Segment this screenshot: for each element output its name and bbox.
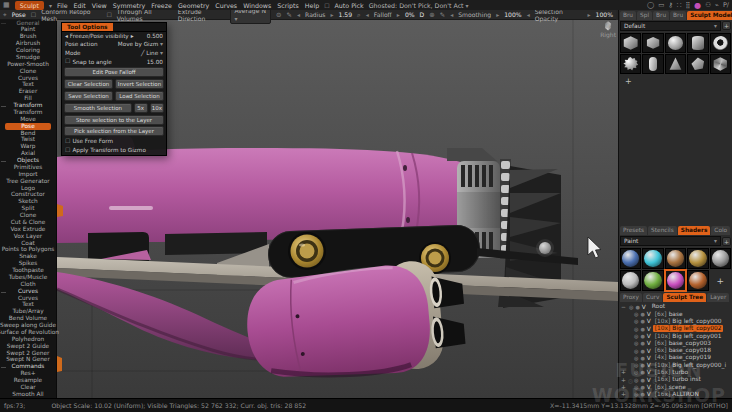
- visibility-v-icon[interactable]: V: [647, 391, 651, 397]
- load-selection-button[interactable]: Load Selection: [115, 91, 164, 101]
- primitive-thumbnail[interactable]: [665, 33, 686, 53]
- smooth-10x-button[interactable]: 10x: [150, 103, 164, 113]
- tree-row[interactable]: + ◎ ● V [16x] ALLTRON: [621, 391, 732, 398]
- volume-name[interactable]: ALLTRON: [672, 391, 699, 398]
- pen2-icon[interactable]: ✎: [440, 11, 445, 19]
- toolbar-icon[interactable]: ◯: [647, 1, 654, 9]
- falloff-value[interactable]: 0%: [405, 11, 415, 18]
- tree-expand-icon[interactable]: −: [621, 304, 625, 310]
- invert-selection-button[interactable]: Invert Selection: [115, 79, 164, 89]
- tree-row[interactable]: ◎ ● V [10x] Big left_copy000: [621, 318, 732, 325]
- pen-icon[interactable]: ✎: [287, 11, 292, 19]
- pick-selection-button[interactable]: Pick selection from the Layer: [64, 126, 164, 136]
- menu-item[interactable]: File: [57, 2, 68, 9]
- ghost-toggle-icon[interactable]: ◎: [634, 333, 638, 339]
- visibility-v-icon[interactable]: V: [647, 362, 651, 368]
- shader-ball[interactable]: [642, 270, 663, 291]
- volume-name[interactable]: base_copy003: [669, 340, 711, 347]
- panel-tab[interactable]: Proxy: [620, 293, 642, 302]
- shaders-folder-dropdown[interactable]: Paint▾: [620, 236, 721, 246]
- edit-pose-falloff-button[interactable]: Edit Pose Falloff: [64, 67, 164, 77]
- apply-transform-row[interactable]: ☐Apply Transform to Gizmo: [62, 146, 166, 155]
- ghost-toggle-icon[interactable]: ◎: [629, 304, 633, 310]
- panel-tab[interactable]: Stencils: [648, 226, 677, 235]
- models-add-icon[interactable]: +: [722, 21, 731, 30]
- visibility-v-icon[interactable]: V: [647, 333, 651, 339]
- ghost-toggle-icon[interactable]: ◎: [634, 355, 638, 361]
- magnifier-icon[interactable]: ⌕: [357, 11, 361, 19]
- conform-checkbox[interactable]: ☐: [31, 11, 36, 18]
- tree-row[interactable]: ◎ ● V [4x] base_copy019: [621, 354, 732, 361]
- shader-ball[interactable]: [687, 270, 708, 291]
- menu-item[interactable]: Edit: [74, 2, 86, 9]
- clear-selection-button[interactable]: Clear Selection: [64, 79, 113, 89]
- volume-name[interactable]: base_copy019: [669, 354, 711, 361]
- tree-row[interactable]: + ◎ ● V [16x] turbo inst: [621, 376, 732, 383]
- smoothing-dec-icon[interactable]: ◂: [450, 11, 453, 18]
- sidebar-item[interactable]: Pose: [5, 123, 51, 130]
- menu-item[interactable]: View: [92, 2, 107, 9]
- volume-name[interactable]: Big left_copy000_i: [672, 362, 726, 369]
- ghost-toggle-icon[interactable]: ◎: [634, 340, 638, 346]
- volume-name[interactable]: turbo: [672, 369, 688, 376]
- volume-name[interactable]: Big left_copy001: [672, 333, 721, 340]
- panel-tab[interactable]: Presets: [620, 226, 647, 235]
- add-model-button[interactable]: +: [619, 75, 732, 86]
- tree-expand-icon[interactable]: +: [621, 384, 625, 390]
- toolbar-icon[interactable]: ●: [694, 1, 701, 10]
- toolbar-icon[interactable]: ⌁: [715, 1, 719, 9]
- view-orientation-widget[interactable]: ◉ Right: [600, 21, 616, 38]
- shader-ball[interactable]: [687, 248, 708, 269]
- ghost-toggle-icon[interactable]: ◎: [634, 326, 638, 332]
- visibility-v-icon[interactable]: V: [647, 377, 651, 383]
- primitive-thumbnail[interactable]: [710, 54, 731, 74]
- tree-row[interactable]: ◎ ● V [6x] base_copy003: [621, 340, 732, 347]
- visibility-v-icon[interactable]: V: [642, 304, 646, 310]
- smoothing-inc-icon[interactable]: ▸: [496, 11, 499, 18]
- toolbar-icon[interactable]: P/: [723, 1, 729, 9]
- auto-pick-label[interactable]: Auto Pick: [335, 2, 364, 9]
- primitive-thumbnail[interactable]: [665, 54, 686, 74]
- tree-row[interactable]: ◎ ● V [6x] base_copy018: [621, 347, 732, 354]
- panel-tab[interactable]: Bru: [670, 11, 686, 20]
- primitive-thumbnail[interactable]: [620, 33, 641, 53]
- ghost-toggle-icon[interactable]: ◎: [634, 391, 638, 397]
- primitive-thumbnail[interactable]: [710, 33, 731, 53]
- falloff-dec-icon[interactable]: ◂: [366, 11, 369, 18]
- 3d-viewport[interactable]: ◉ Right Tool Options ◂Freeze/Pose visibi…: [57, 20, 618, 398]
- shader-ball[interactable]: [620, 248, 641, 269]
- menu-item[interactable]: Windows: [243, 2, 271, 9]
- sidebar-item[interactable]: Vox Layer: [0, 233, 56, 240]
- primitive-thumbnail[interactable]: [620, 54, 641, 74]
- opacity-value[interactable]: 100%: [596, 11, 613, 18]
- tree-expand-icon[interactable]: +: [621, 369, 625, 375]
- sidebar-item[interactable]: Clone: [0, 68, 56, 75]
- opacity-dec-icon[interactable]: ◂: [527, 11, 530, 18]
- sidebar-item[interactable]: Curves: [0, 288, 56, 295]
- ghost-toggle-icon[interactable]: ◎: [634, 318, 638, 324]
- visibility-v-icon[interactable]: V: [647, 318, 651, 324]
- menu-item[interactable]: Scripts: [277, 2, 299, 9]
- ghost-toggle-icon[interactable]: ◎: [634, 362, 638, 368]
- visibility-v-icon[interactable]: V: [647, 355, 651, 361]
- tree-expand-icon[interactable]: +: [621, 391, 625, 397]
- ghost-toggle-icon[interactable]: ◎: [634, 369, 638, 375]
- panel-tab[interactable]: Sculpt Tree: [663, 293, 706, 302]
- tree-row[interactable]: + ◎ ● V [16x] turbo: [621, 369, 732, 376]
- radius-dec-icon[interactable]: ◂: [297, 11, 300, 18]
- panel-tab[interactable]: Shaders: [678, 226, 711, 235]
- visibility-v-icon[interactable]: V: [647, 369, 651, 375]
- smooth-selection-button[interactable]: Smooth Selection: [64, 103, 132, 113]
- falloff-inc-icon[interactable]: ▸: [397, 11, 400, 18]
- primitive-thumbnail[interactable]: [642, 33, 663, 53]
- toolbar-icon[interactable]: ⚷: [668, 1, 673, 9]
- panel-tab[interactable]: Layer: [707, 293, 729, 302]
- ghost-toggle-icon[interactable]: ◎: [634, 348, 638, 354]
- lock-icon[interactable]: ⊝: [276, 11, 281, 19]
- tree-row[interactable]: − ◎ ● V Root: [621, 303, 732, 310]
- save-selection-button[interactable]: Save Selection: [64, 91, 113, 101]
- visibility-v-icon[interactable]: V: [647, 384, 651, 390]
- room-selector-sculpt[interactable]: Sculpt: [15, 1, 44, 10]
- menu-item[interactable]: Freeze: [151, 2, 172, 9]
- panel-tab[interactable]: Spl: [637, 11, 652, 20]
